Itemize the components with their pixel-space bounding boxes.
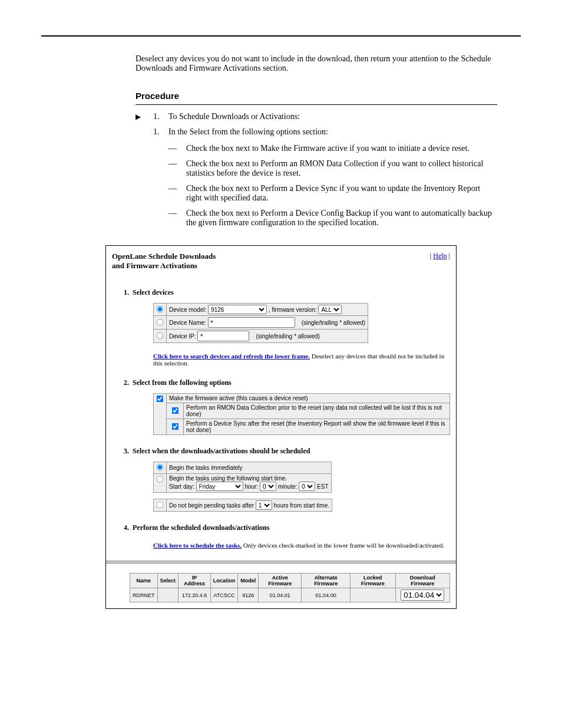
section3-title: Select when the downloads/activations sh… xyxy=(133,447,310,455)
hour-select[interactable]: 0 xyxy=(260,482,276,491)
bullet-3: Check the box next to Perform a Device S… xyxy=(168,184,497,203)
startday-label: Start day: xyxy=(169,483,194,490)
radio-device-model[interactable] xyxy=(157,305,164,312)
fw-version-label: , firmware version: xyxy=(269,307,317,313)
cell-locked-fw xyxy=(351,588,396,602)
schedule-tasks-after: Only devices check-marked in the lower f… xyxy=(242,542,444,549)
radio-begin-immediately[interactable] xyxy=(157,464,164,471)
app-brand: OpenLane xyxy=(112,252,147,261)
download-fw-select[interactable]: 01.04.04 xyxy=(401,589,444,601)
opt-sync-label: Perform a Device Sync after the reset (t… xyxy=(184,419,450,435)
help-link[interactable]: Help xyxy=(433,252,447,260)
th-select: Select xyxy=(157,574,178,588)
device-ip-note: (single/trailing * allowed) xyxy=(256,333,319,340)
embedded-screenshot: OpenLane Schedule Downloads and Firmware… xyxy=(105,245,457,609)
th-alt-fw: Alternate Firmware xyxy=(302,574,351,588)
fw-version-select[interactable]: ALL xyxy=(318,305,342,314)
pending-lead: Do not begin pending tasks after xyxy=(169,502,254,509)
device-model-label: Device model: xyxy=(169,307,206,313)
startday-select[interactable]: Friday xyxy=(196,482,243,491)
opt-rmon-label: Perform an RMON Data Collection prior to… xyxy=(184,403,450,419)
procedure-step-arrow: ▶ xyxy=(135,113,147,120)
device-ip-input[interactable] xyxy=(197,331,249,341)
radio-begin-scheduled[interactable] xyxy=(157,476,164,483)
pending-block: Do not begin pending tasks after 1 hours… xyxy=(153,499,332,512)
bullet-1: Check the box next to Make the Firmware … xyxy=(168,144,497,153)
th-dl-fw: Download Firmware xyxy=(395,574,449,588)
chk-sync[interactable] xyxy=(171,423,178,430)
options-block: Make the firmware active (this causes a … xyxy=(153,393,450,435)
opt-begin-immediately-label: Begin the tasks immediately xyxy=(167,462,332,474)
device-ip-label: Device IP: xyxy=(169,333,196,340)
table-row: RDRNET 172.20.4.6 ATCSCC 9126 01.04.01 0… xyxy=(130,588,450,602)
cell-model: 9126 xyxy=(238,588,259,602)
opt-begin-scheduled-label: Begin the tasks using the following star… xyxy=(169,475,287,482)
cell-loc: ATCSCC xyxy=(210,588,238,602)
th-model: Model xyxy=(238,574,259,588)
hour-label: hour: xyxy=(244,483,258,490)
cell-alt-fw: 01.04.00 xyxy=(302,588,351,602)
device-name-input[interactable] xyxy=(208,317,295,328)
cell-active-fw: 01.04.01 xyxy=(259,588,302,602)
section1-title: Select devices xyxy=(133,288,174,297)
cell-select[interactable] xyxy=(157,588,178,602)
device-name-label: Device Name: xyxy=(169,319,206,326)
th-loc: Location xyxy=(210,574,238,588)
opt-make-active-label: Make the firmware active (this causes a … xyxy=(167,394,449,403)
schedule-tasks-link[interactable]: Click here to schedule the tasks. xyxy=(153,542,242,549)
bullet-4: Check the box next to Perform a Device C… xyxy=(168,209,497,228)
frame-divider[interactable] xyxy=(106,561,456,564)
schedule-block: Begin the tasks immediately Begin the ta… xyxy=(153,462,332,493)
cell-ip: 172.20.4.6 xyxy=(178,588,211,602)
app-title-2: and Firmware Activations xyxy=(112,261,197,270)
chk-rmon[interactable] xyxy=(171,407,178,414)
tz-label: EST xyxy=(317,483,328,490)
step1-text: To Schedule Downloads or Activations: xyxy=(168,112,497,121)
th-locked-fw: Locked Firmware xyxy=(351,574,396,588)
search-devices-link[interactable]: Click here to search devices and refresh… xyxy=(153,353,310,360)
device-model-select[interactable]: 9126 xyxy=(208,305,267,314)
th-ip: IP Address xyxy=(178,574,211,588)
chk-pending-cutoff[interactable] xyxy=(157,501,164,508)
th-name: Name xyxy=(130,574,158,588)
radio-device-name[interactable] xyxy=(157,318,164,325)
device-table: Name Select IP Address Location Model Ac… xyxy=(130,573,450,602)
pending-hours-select[interactable]: 1 xyxy=(256,500,272,510)
intro-paragraph: Deselect any devices you do not want to … xyxy=(135,54,497,73)
step2-lead: In the Select from the following options… xyxy=(168,127,328,136)
minute-label: minute: xyxy=(278,483,297,490)
bullet-2: Check the box next to Perform an RMON Da… xyxy=(168,159,497,178)
pending-tail: hours from start time. xyxy=(274,502,329,509)
section2-title: Select from the following options xyxy=(133,378,232,387)
minute-select[interactable]: 0 xyxy=(299,482,315,491)
app-title-1: Schedule Downloads xyxy=(148,252,216,261)
procedure-heading: Procedure xyxy=(135,91,497,101)
th-active-fw: Active Firmware xyxy=(259,574,302,588)
device-name-note: (single/trailing * allowed) xyxy=(302,319,365,326)
step1-number: 1. xyxy=(153,112,163,121)
radio-device-ip[interactable] xyxy=(157,332,164,339)
device-select-block: Device model: 9126 , firmware version: A… xyxy=(153,303,368,343)
chk-make-active[interactable] xyxy=(157,396,164,403)
step2-number: 1. xyxy=(153,127,163,137)
section4-title: Perform the scheduled downloads/activati… xyxy=(133,523,269,532)
cell-name: RDRNET xyxy=(130,588,158,602)
